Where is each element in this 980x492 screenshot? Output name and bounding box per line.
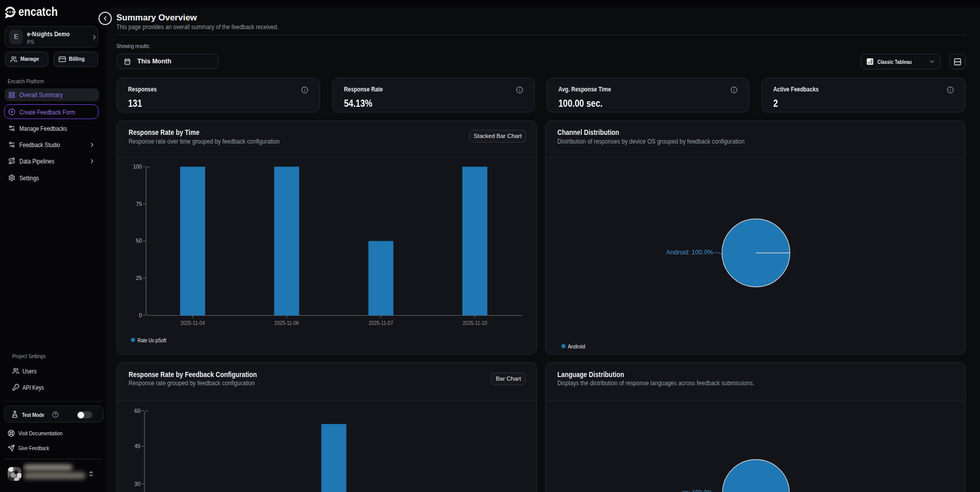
svg-text:60: 60 [134, 408, 140, 414]
svg-text:30: 30 [134, 481, 140, 487]
svg-text:Android: Android [568, 343, 585, 349]
svg-text:50: 50 [136, 238, 142, 244]
svg-text:2025-11-10: 2025-11-10 [462, 320, 487, 326]
svg-text:2025-11-07: 2025-11-07 [369, 320, 393, 326]
svg-text:2025-11-06: 2025-11-06 [275, 320, 299, 326]
svg-text:Rate Us pSoft: Rate Us pSoft [138, 337, 166, 343]
svg-text:45: 45 [134, 443, 140, 449]
svg-text:Android: 100.0%: Android: 100.0% [666, 249, 713, 256]
svg-text:0: 0 [139, 312, 142, 318]
svg-text:100: 100 [133, 163, 142, 170]
svg-text:25: 25 [136, 275, 142, 281]
svg-text:75: 75 [136, 201, 142, 207]
svg-text:en: 100.0%: en: 100.0% [682, 489, 712, 492]
svg-text:2025-11-04: 2025-11-04 [180, 320, 205, 326]
